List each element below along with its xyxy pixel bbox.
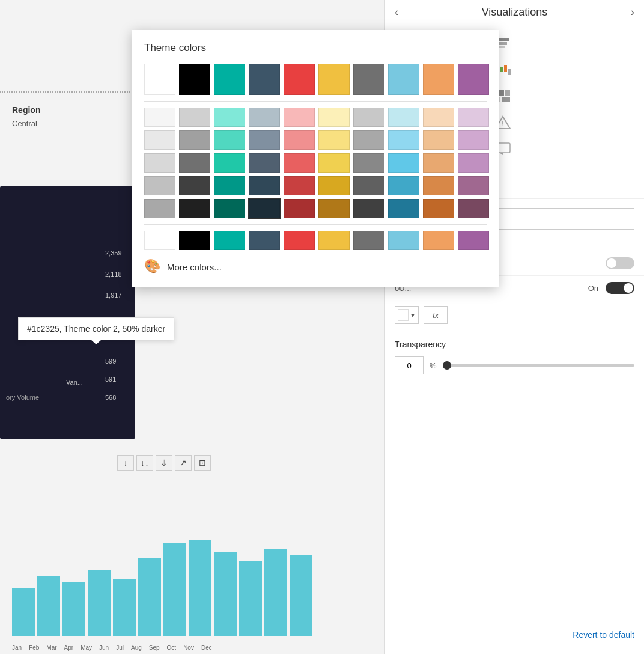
- shade-color-4-1[interactable]: [179, 199, 210, 218]
- theme-color-7[interactable]: [388, 64, 419, 95]
- shade-color-4-6[interactable]: [353, 199, 384, 218]
- recent-color-7[interactable]: [388, 231, 419, 250]
- toggle-2-slider[interactable]: [606, 282, 634, 294]
- shade-color-3-8[interactable]: [423, 176, 454, 195]
- shade-color-2-7[interactable]: [388, 153, 419, 173]
- shade-color-4-4[interactable]: [284, 199, 315, 218]
- shade-color-0-8[interactable]: [423, 108, 454, 127]
- theme-color-3[interactable]: [249, 64, 280, 95]
- shade-color-0-5[interactable]: [318, 108, 350, 127]
- svg-rect-32: [502, 97, 510, 102]
- shade-color-3-0[interactable]: [144, 176, 175, 195]
- shade-color-3-9[interactable]: [458, 176, 489, 195]
- shade-color-2-4[interactable]: [284, 153, 315, 173]
- transparency-slider-track[interactable]: [443, 364, 634, 367]
- shade-color-1-3[interactable]: [249, 130, 280, 150]
- theme-color-9[interactable]: [458, 64, 489, 95]
- shade-color-3-3[interactable]: [249, 176, 280, 195]
- shade-color-2-6[interactable]: [353, 153, 384, 173]
- toolbar-btn-2[interactable]: ↓↓: [136, 455, 153, 471]
- shade-color-4-7[interactable]: [388, 199, 419, 218]
- recent-color-6[interactable]: [353, 231, 384, 250]
- shade-color-4-9[interactable]: [458, 199, 489, 218]
- shade-color-3-2[interactable]: [214, 176, 245, 195]
- revert-to-default-button[interactable]: Revert to default: [573, 630, 634, 640]
- shade-color-2-0[interactable]: [144, 153, 175, 173]
- toolbar-btn-5[interactable]: ⊡: [194, 455, 211, 471]
- bar-nov: [264, 549, 287, 636]
- recent-color-0[interactable]: [144, 231, 175, 250]
- recent-color-8[interactable]: [423, 231, 454, 250]
- shade-color-4-2[interactable]: [214, 199, 245, 218]
- month-apr: Apr: [64, 644, 74, 651]
- theme-color-6[interactable]: [353, 64, 384, 95]
- color-tooltip: #1c2325, Theme color 2, 50% darker: [18, 317, 174, 340]
- dark-chart-area: Van... ory Volume: [0, 186, 135, 439]
- theme-color-1[interactable]: [179, 64, 210, 95]
- shade-color-0-1[interactable]: [179, 108, 210, 127]
- chart-toolbar: ↓ ↓↓ ⇓ ↗ ⊡: [117, 455, 211, 471]
- shade-color-2-1[interactable]: [179, 153, 210, 173]
- nav-forward-arrow[interactable]: ›: [631, 6, 634, 19]
- theme-color-0[interactable]: [144, 64, 175, 95]
- shade-color-2-3[interactable]: [249, 153, 280, 173]
- shade-color-2-2[interactable]: [214, 153, 245, 173]
- toggle-1-slider[interactable]: [606, 257, 634, 269]
- transparency-section: Transparency %: [385, 330, 644, 374]
- recent-color-1[interactable]: [179, 231, 210, 250]
- theme-color-row-1: [144, 64, 487, 95]
- shade-color-4-8[interactable]: [423, 199, 454, 218]
- bar-mar: [62, 582, 85, 636]
- recent-color-4[interactable]: [284, 231, 315, 250]
- bar-sep: [214, 552, 237, 636]
- shade-color-3-6[interactable]: [353, 176, 384, 195]
- shade-color-4-0[interactable]: [144, 199, 175, 218]
- shade-color-4-3[interactable]: [249, 199, 280, 218]
- shade-color-1-1[interactable]: [179, 130, 210, 150]
- theme-color-4[interactable]: [284, 64, 315, 95]
- nav-back-arrow[interactable]: ‹: [395, 6, 398, 19]
- shade-color-1-6[interactable]: [353, 130, 384, 150]
- shade-color-0-3[interactable]: [249, 108, 280, 127]
- month-may: May: [80, 644, 92, 651]
- shade-color-1-9[interactable]: [458, 130, 489, 150]
- more-colors-button[interactable]: 🎨 More colors...: [144, 258, 487, 275]
- shade-color-0-7[interactable]: [388, 108, 419, 127]
- shade-color-0-9[interactable]: [458, 108, 489, 127]
- theme-color-2[interactable]: [214, 64, 245, 95]
- bar-jul: [163, 543, 186, 636]
- recent-color-2[interactable]: [214, 231, 245, 250]
- recent-color-9[interactable]: [458, 231, 489, 250]
- transparency-slider-thumb[interactable]: [443, 361, 451, 370]
- shade-color-3-4[interactable]: [284, 176, 315, 195]
- recent-color-3[interactable]: [249, 231, 280, 250]
- shade-color-1-0[interactable]: [144, 130, 175, 150]
- shade-color-1-7[interactable]: [388, 130, 419, 150]
- shade-color-2-9[interactable]: [458, 153, 489, 173]
- fx-button[interactable]: fx: [424, 306, 448, 324]
- shade-color-1-2[interactable]: [214, 130, 245, 150]
- toolbar-btn-1[interactable]: ↓: [117, 455, 134, 471]
- shade-color-1-8[interactable]: [423, 130, 454, 150]
- theme-color-5[interactable]: [318, 64, 350, 95]
- shade-color-0-0[interactable]: [144, 108, 175, 127]
- bar-oct: [239, 561, 262, 636]
- toolbar-btn-3[interactable]: ⇓: [156, 455, 172, 471]
- shade-color-3-5[interactable]: [318, 176, 350, 195]
- shade-color-1-5[interactable]: [318, 130, 350, 150]
- theme-color-8[interactable]: [423, 64, 454, 95]
- shade-color-2-5[interactable]: [318, 153, 350, 173]
- toolbar-btn-4[interactable]: ↗: [175, 455, 192, 471]
- transparency-input[interactable]: [395, 356, 424, 374]
- shade-color-0-6[interactable]: [353, 108, 384, 127]
- shade-color-3-7[interactable]: [388, 176, 419, 195]
- shade-color-0-2[interactable]: [214, 108, 245, 127]
- shade-color-1-4[interactable]: [284, 130, 315, 150]
- shade-color-2-8[interactable]: [423, 153, 454, 173]
- shade-color-0-4[interactable]: [284, 108, 315, 127]
- shade-color-3-1[interactable]: [179, 176, 210, 195]
- recent-color-5[interactable]: [318, 231, 350, 250]
- shade-color-4-5[interactable]: [318, 199, 350, 218]
- color-picker-panel: Theme colors 🎨 More colors...: [132, 30, 499, 287]
- color-swatch-button[interactable]: ▼: [395, 306, 419, 324]
